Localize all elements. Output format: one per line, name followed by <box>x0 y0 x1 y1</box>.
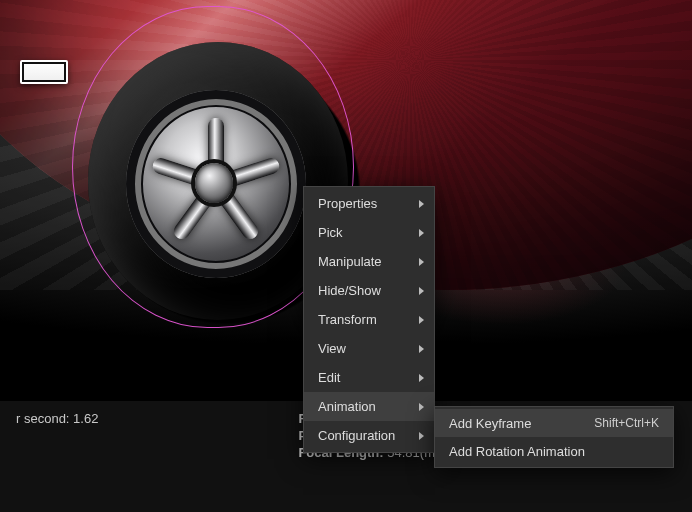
menu-item-hide-show[interactable]: Hide/Show <box>304 276 434 305</box>
menu-item-label: Hide/Show <box>318 283 381 298</box>
chevron-right-icon <box>419 200 424 208</box>
menu-item-pick[interactable]: Pick <box>304 218 434 247</box>
context-menu[interactable]: PropertiesPickManipulateHide/ShowTransfo… <box>303 186 435 453</box>
fps-label: r second: <box>16 411 69 426</box>
fps-value: 1.62 <box>73 411 98 426</box>
wheel-hub <box>195 163 233 203</box>
chevron-right-icon <box>419 316 424 324</box>
submenu-item-shortcut: Shift+Ctrl+K <box>594 416 659 430</box>
chevron-right-icon <box>419 374 424 382</box>
submenu-animation[interactable]: Add KeyframeShift+Ctrl+KAdd Rotation Ani… <box>434 406 674 468</box>
chevron-right-icon <box>419 345 424 353</box>
status-left: r second: 1.62 <box>16 411 98 512</box>
menu-item-label: Manipulate <box>318 254 382 269</box>
submenu-item-add-rotation-animation[interactable]: Add Rotation Animation <box>435 437 673 465</box>
submenu-item-label: Add Keyframe <box>449 416 531 431</box>
menu-item-label: Transform <box>318 312 377 327</box>
menu-item-animation[interactable]: Animation <box>304 392 434 421</box>
chevron-right-icon <box>419 432 424 440</box>
menu-item-label: View <box>318 341 346 356</box>
chevron-right-icon <box>419 258 424 266</box>
menu-item-transform[interactable]: Transform <box>304 305 434 334</box>
menu-item-label: Configuration <box>318 428 395 443</box>
menu-item-label: Animation <box>318 399 376 414</box>
chevron-right-icon <box>419 403 424 411</box>
side-marker-light <box>20 60 68 84</box>
menu-item-label: Pick <box>318 225 343 240</box>
submenu-item-label: Add Rotation Animation <box>449 444 585 459</box>
chevron-right-icon <box>419 287 424 295</box>
menu-item-view[interactable]: View <box>304 334 434 363</box>
menu-item-label: Properties <box>318 196 377 211</box>
menu-item-manipulate[interactable]: Manipulate <box>304 247 434 276</box>
fps-readout: r second: 1.62 <box>16 411 98 426</box>
menu-item-configuration[interactable]: Configuration <box>304 421 434 450</box>
chevron-right-icon <box>419 229 424 237</box>
submenu-item-add-keyframe[interactable]: Add KeyframeShift+Ctrl+K <box>435 409 673 437</box>
menu-item-edit[interactable]: Edit <box>304 363 434 392</box>
menu-item-properties[interactable]: Properties <box>304 189 434 218</box>
menu-item-label: Edit <box>318 370 340 385</box>
